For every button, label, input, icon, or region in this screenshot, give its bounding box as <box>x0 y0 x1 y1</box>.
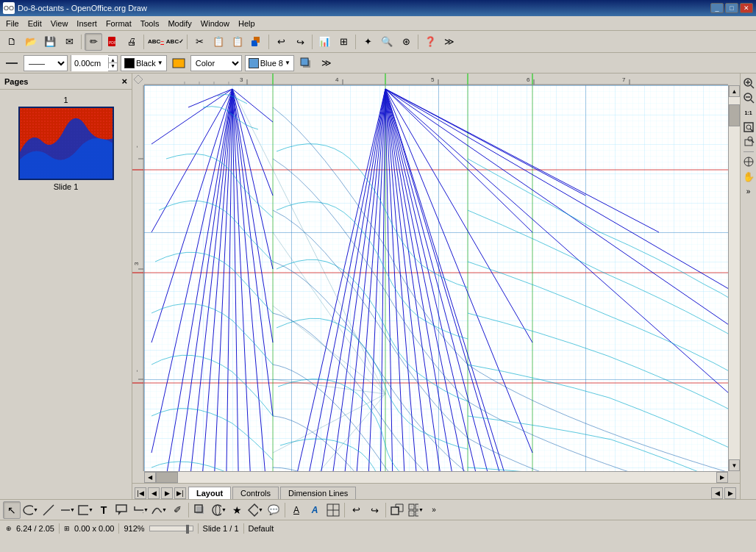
line-color-dropdown-icon[interactable]: ▼ <box>157 60 163 66</box>
tab-dimension-lines[interactable]: Dimension Lines <box>280 487 356 499</box>
spellcheck-button[interactable]: ABC~ <box>147 33 165 51</box>
menu-edit[interactable]: Edit <box>24 18 46 29</box>
callout-tool-button[interactable] <box>113 501 131 519</box>
star-tool-button[interactable]: ★ <box>228 501 246 519</box>
scroll-track-h[interactable] <box>156 472 716 483</box>
group-dropdown[interactable]: ▼ <box>418 507 424 512</box>
group-button[interactable]: ▼ <box>407 501 424 519</box>
scroll-right-button[interactable]: ▶ <box>716 472 728 483</box>
menu-help[interactable]: Help <box>234 18 260 29</box>
undo2-button[interactable]: ↩ <box>347 501 365 519</box>
tab-next-button[interactable]: ▶ <box>161 487 173 499</box>
more-toolbar-button[interactable]: ≫ <box>441 33 458 51</box>
line-color-picker[interactable]: Black ▼ <box>121 55 167 71</box>
ellipse-tool-button[interactable]: ▼ <box>21 501 39 519</box>
copy-button[interactable]: 📋 <box>210 33 227 51</box>
tab-last-button[interactable]: ▶| <box>174 487 186 499</box>
extrusion-button[interactable] <box>388 501 406 519</box>
line-width-spinner[interactable]: ▲ ▼ <box>108 57 117 68</box>
cut-button[interactable]: ✂ <box>190 33 208 51</box>
fill-type-select[interactable]: Color Gradient Hatching Bitmap None <box>190 55 242 71</box>
scroll-left-button[interactable]: ◀ <box>144 472 156 483</box>
export-pdf-button[interactable]: PDF <box>104 33 121 51</box>
scroll-thumb-v[interactable] <box>729 104 740 126</box>
3d-tool-button[interactable]: ▼ <box>210 501 227 519</box>
tab-first-button[interactable]: |◀ <box>135 487 146 499</box>
close-button[interactable]: ✕ <box>740 3 753 13</box>
freeform-tool-button[interactable]: ✐ <box>168 501 186 519</box>
drawing-area[interactable] <box>144 85 728 471</box>
format-paintbucket-button[interactable] <box>248 33 265 51</box>
redo-button[interactable]: ↩ <box>291 33 309 51</box>
text-tool-button[interactable]: T <box>95 501 113 519</box>
minimize-button[interactable]: _ <box>710 3 724 13</box>
tab-scroll-left[interactable]: ◀ <box>711 487 723 499</box>
autospell-button[interactable]: ABC✓ <box>166 33 184 51</box>
menu-window[interactable]: Window <box>196 18 234 29</box>
horizontal-scrollbar[interactable]: ◀ ▶ <box>144 471 728 483</box>
shadow-button[interactable] <box>297 55 315 71</box>
more-tb2-button[interactable]: ≫ <box>318 55 335 71</box>
menu-insert[interactable]: Insert <box>72 18 101 29</box>
open-button[interactable]: 📂 <box>22 33 40 51</box>
text-underline-button[interactable]: A <box>288 501 305 519</box>
email-button[interactable]: ✉ <box>60 33 78 51</box>
pan-button[interactable] <box>742 155 755 168</box>
scroll-down-button[interactable]: ▼ <box>729 459 740 471</box>
zoom-in-button[interactable] <box>742 76 755 90</box>
connector-dropdown[interactable]: ▼ <box>143 507 149 512</box>
insert-table-button[interactable] <box>324 501 342 519</box>
line-width-down[interactable]: ▼ <box>109 63 117 68</box>
rect-tool-button[interactable]: ▼ <box>76 501 94 519</box>
curve-dropdown[interactable]: ▼ <box>162 507 167 512</box>
line-style-toggle[interactable] <box>3 55 21 71</box>
menu-format[interactable]: Format <box>101 18 136 29</box>
zoom-100-button[interactable]: 1:1 <box>742 106 755 119</box>
vertical-scrollbar[interactable]: ▲ ▼ <box>728 85 740 471</box>
zoom-fit-button[interactable] <box>742 121 755 134</box>
ellipse-dropdown[interactable]: ▼ <box>33 507 38 512</box>
fill-color-picker[interactable]: Blue 8 ▼ <box>245 55 294 71</box>
menu-tools[interactable]: Tools <box>136 18 164 29</box>
fill-color-dropdown-icon[interactable]: ▼ <box>285 60 290 66</box>
tab-controls[interactable]: Controls <box>232 487 279 499</box>
slide-thumbnail-1[interactable] <box>18 107 114 180</box>
save-button[interactable]: 💾 <box>41 33 59 51</box>
paste-button[interactable]: 📋 <box>229 33 246 51</box>
callout-shapes-button[interactable]: 💬 <box>265 501 282 519</box>
chart-button[interactable]: 📊 <box>315 33 333 51</box>
tab-scroll-right[interactable]: ▶ <box>724 487 736 499</box>
zoom-slider[interactable] <box>149 526 193 531</box>
arrow-tool-button[interactable]: ▼ <box>58 501 76 519</box>
line-width-input[interactable]: 0.00cm <box>71 55 108 71</box>
arrow-dropdown[interactable]: ▼ <box>70 507 75 512</box>
scroll-track-v[interactable] <box>729 97 740 459</box>
print-button[interactable]: 🖨 <box>123 33 140 51</box>
navigator-button[interactable]: ⊛ <box>397 33 415 51</box>
scroll-up-button[interactable]: ▲ <box>729 85 740 97</box>
menu-view[interactable]: View <box>46 18 73 29</box>
menu-file[interactable]: File <box>1 18 24 29</box>
rect-dropdown[interactable]: ▼ <box>88 507 93 512</box>
edit-button[interactable]: ✏ <box>85 33 102 51</box>
line-style-select[interactable]: —— - - - ··· <box>24 55 68 71</box>
flowchart-tool-button[interactable]: ▼ <box>246 501 264 519</box>
new-button[interactable]: 🗋 <box>3 33 21 51</box>
3d-dropdown[interactable]: ▼ <box>221 507 227 512</box>
fontwork-button[interactable]: A <box>306 501 324 519</box>
maximize-button[interactable]: □ <box>725 3 738 13</box>
connector-tool-button[interactable]: ▼ <box>132 501 149 519</box>
hand-tool-button[interactable]: ✋ <box>742 170 755 183</box>
tab-layout[interactable]: Layout <box>188 487 231 499</box>
table-button[interactable]: ⊞ <box>335 33 352 51</box>
find-button[interactable]: 🔍 <box>378 33 396 51</box>
effects-button[interactable]: ✦ <box>359 33 377 51</box>
menu-modify[interactable]: Modify <box>163 18 196 29</box>
zoom-slider-thumb[interactable] <box>186 525 189 534</box>
curve-tool-button[interactable]: ▼ <box>150 501 168 519</box>
scroll-thumb-h[interactable] <box>156 472 178 483</box>
pages-panel-close[interactable]: × <box>121 76 127 87</box>
redo2-button[interactable]: ↩ <box>365 501 383 519</box>
zoom-obj-button[interactable] <box>742 135 755 148</box>
undo-button[interactable]: ↩ <box>272 33 290 51</box>
